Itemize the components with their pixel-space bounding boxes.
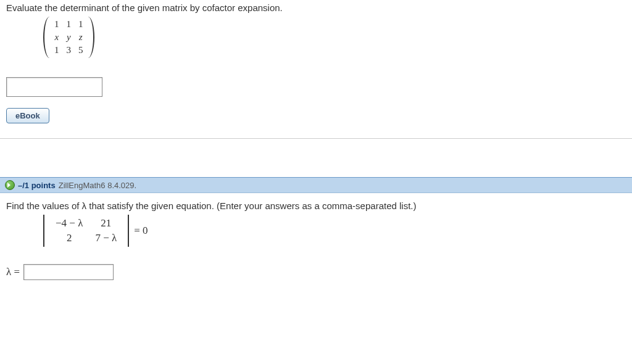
q1-matrix: 1 1 1 x y z 1 3 5 (43, 17, 626, 60)
q2-prompt: Find the values of λ that satisfy the gi… (6, 201, 626, 211)
question-2: Find the values of λ that satisfy the gi… (0, 193, 632, 287)
matrix-row: 1 3 5 (51, 44, 87, 57)
section-divider (0, 138, 632, 139)
det-row: 2 7 − λ (49, 231, 123, 246)
lambda-label: λ = (6, 266, 20, 278)
lambda-answer-row: λ = (6, 264, 626, 280)
matrix-row: 1 1 1 (51, 18, 87, 31)
expand-icon[interactable] (5, 180, 15, 190)
points-label: –/1 points (18, 181, 56, 190)
equals-zero: = 0 (134, 225, 148, 237)
ebook-button[interactable]: eBook (6, 108, 49, 123)
lambda-answer-input[interactable] (23, 264, 114, 280)
q1-answer-input[interactable] (6, 77, 102, 97)
determinant: −4 − λ 21 2 7 − λ (43, 215, 129, 247)
q2-equation: −4 − λ 21 2 7 − λ = 0 (43, 215, 626, 247)
question-header: –/1 points ZillEngMath6 8.4.029. (0, 177, 632, 193)
det-row: −4 − λ 21 (49, 216, 123, 231)
matrix-row: x y z (51, 31, 87, 44)
question-1: Evaluate the determinant of the given ma… (0, 0, 632, 130)
source-label: ZillEngMath6 8.4.029. (59, 181, 136, 190)
q1-prompt: Evaluate the determinant of the given ma… (6, 2, 626, 13)
